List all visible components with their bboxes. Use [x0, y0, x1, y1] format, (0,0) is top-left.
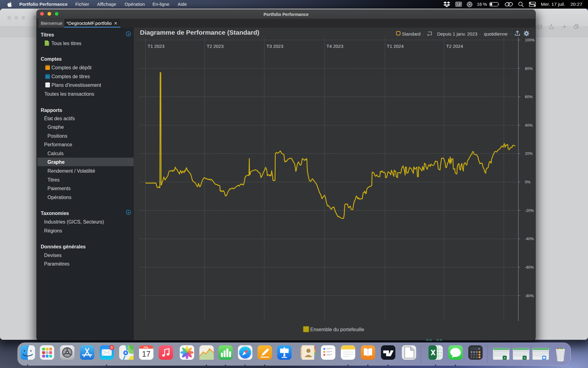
svg-text:T1 2024: T1 2024 — [387, 44, 404, 49]
svg-text:9: 9 — [111, 346, 113, 350]
svg-text:0: 0 — [479, 347, 480, 350]
svg-text:JUIL.: JUIL. — [143, 346, 149, 349]
svg-text:17: 17 — [142, 350, 151, 358]
svg-text:-80%: -80% — [525, 294, 534, 298]
svg-text:T3 2023: T3 2023 — [266, 44, 283, 49]
svg-text:-20%: -20% — [525, 209, 534, 213]
svg-text:T2 2023: T2 2023 — [207, 44, 224, 49]
svg-text:T2 2024: T2 2024 — [446, 44, 463, 49]
svg-text:X: X — [524, 356, 526, 359]
svg-text:60%: 60% — [525, 95, 533, 99]
svg-text:100%: 100% — [525, 38, 535, 42]
svg-text:T1 2023: T1 2023 — [148, 44, 164, 49]
svg-text:Ensemble du portefeuille: Ensemble du portefeuille — [310, 327, 364, 332]
svg-text:X: X — [504, 356, 506, 359]
svg-text:20%: 20% — [525, 151, 533, 156]
svg-text:0%: 0% — [525, 180, 530, 184]
svg-text:80%: 80% — [525, 67, 533, 71]
svg-text:40%: 40% — [525, 123, 533, 128]
svg-text:T4 2023: T4 2023 — [326, 44, 343, 49]
svg-text:-60%: -60% — [525, 265, 534, 270]
svg-text:-40%: -40% — [525, 237, 534, 241]
